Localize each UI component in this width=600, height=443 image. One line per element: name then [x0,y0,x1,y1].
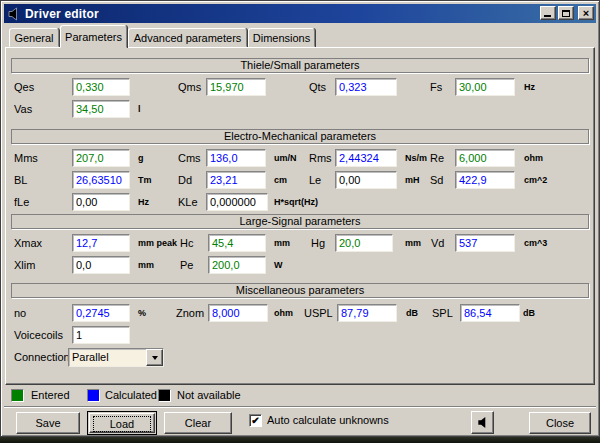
unit-rms: Ns/m [405,153,427,163]
input-bl[interactable]: 26,63510 [72,171,130,189]
label-vas: Vas [14,103,32,115]
label-bl: BL [14,174,27,186]
load-button[interactable]: Load [87,411,157,435]
input-kle[interactable]: 0,000000 [206,193,268,211]
input-vd[interactable]: 537 [455,234,515,252]
label-pe: Pe [180,259,193,271]
unit-xmax: mm peak [138,238,177,248]
label-dd: Dd [178,174,192,186]
legend-entered-label: Entered [31,389,70,401]
input-no[interactable]: 0,2745 [72,304,130,322]
parameters-tab-page: Thiele/Small parameters Qes 0,330 Qms 15… [5,47,595,385]
input-le[interactable]: 0,00 [335,171,397,189]
label-fle: fLe [14,196,29,208]
input-qms[interactable]: 15,970 [206,78,266,96]
input-fs[interactable]: 30,00 [455,78,515,96]
connection-dropdown-button[interactable] [146,349,163,366]
input-pe[interactable]: 200,0 [208,256,266,274]
input-cms[interactable]: 136,0 [206,149,266,167]
tab-parameters[interactable]: Parameters [60,25,127,48]
label-kle: KLe [178,196,198,208]
input-xmax[interactable]: 12,7 [72,234,130,252]
title-bar[interactable]: Driver editor × [4,4,596,23]
unit-spl: dB [523,308,535,318]
unit-re: ohm [524,153,543,163]
tab-dimensions[interactable]: Dimensions [248,28,315,47]
load-button-face: Load [89,413,155,433]
tab-advanced-parameters[interactable]: Advanced parameters [128,28,247,47]
label-xlim: Xlim [14,259,35,271]
unit-znom: ohm [274,308,293,318]
input-hg[interactable]: 20,0 [335,234,393,252]
unit-vd: cm^3 [524,238,547,248]
label-voicecoils: Voicecoils [14,329,63,341]
label-xmax: Xmax [14,237,42,249]
input-voicecoils[interactable]: 1 [72,326,130,344]
section-header-electro-mechanical: Electro-Mechanical parameters [11,129,589,144]
check-icon: ✔ [251,415,259,426]
save-button[interactable]: Save [16,412,80,434]
unit-fle: Hz [138,197,149,207]
input-fle[interactable]: 0,00 [72,193,130,211]
label-hc: Hc [180,237,193,249]
label-fs: Fs [430,81,442,93]
dialog-close-button[interactable]: Close [529,412,591,434]
auto-calculate-checkbox[interactable]: ✔ [249,414,262,427]
unit-pe: W [274,260,283,270]
input-sd[interactable]: 422,9 [455,171,515,189]
unit-le: mH [405,175,420,185]
auto-calculate-label[interactable]: Auto calculate unknowns [267,414,389,426]
unit-fs: Hz [524,82,535,92]
load-button-label: Load [93,416,151,432]
tab-general[interactable]: General [9,28,59,47]
unit-bl: Tm [138,175,152,185]
label-re: Re [430,152,444,164]
tab-general-label: General [14,32,53,44]
unit-vas: l [138,104,141,114]
section-header-miscellaneous: Miscellaneous parameters [11,283,589,298]
unit-hg: mm [405,238,421,248]
legend-not-available-label: Not available [177,389,241,401]
clear-button[interactable]: Clear [164,412,232,434]
unit-xlim: mm [138,260,154,270]
legend-calculated-swatch [87,389,100,402]
label-no: no [14,307,26,319]
connection-select[interactable]: Parallel [68,348,164,367]
unit-kle: H*sqrt(Hz) [274,197,318,207]
section-header-thiele-small: Thiele/Small parameters [11,58,589,73]
label-sd: Sd [430,174,443,186]
input-dd[interactable]: 23,21 [206,171,266,189]
label-znom: Znom [176,307,204,319]
input-re[interactable]: 6,000 [455,149,515,167]
input-hc[interactable]: 45,4 [208,234,266,252]
test-signal-button[interactable] [471,411,494,434]
minimize-icon [544,15,551,17]
label-cms: Cms [178,152,201,164]
minimize-button[interactable] [540,6,556,20]
label-hg: Hg [311,237,325,249]
speaker-app-icon [7,7,21,21]
legend-not-available-swatch [158,389,171,402]
close-icon: × [583,8,589,18]
input-rms[interactable]: 2,44324 [335,149,397,167]
chevron-down-icon [152,356,158,360]
tab-advanced-parameters-label: Advanced parameters [134,32,242,44]
input-vas[interactable]: 34,50 [72,100,130,118]
input-qts[interactable]: 0,323 [335,78,397,96]
label-vd: Vd [431,237,444,249]
input-znom[interactable]: 8,000 [208,304,268,322]
connection-value: Parallel [69,349,146,366]
input-spl[interactable]: 86,54 [460,304,520,322]
input-qes[interactable]: 0,330 [72,78,130,96]
input-mms[interactable]: 207,0 [72,149,130,167]
tab-parameters-label: Parameters [65,31,122,43]
tab-dimensions-label: Dimensions [253,32,310,44]
maximize-button[interactable] [558,6,574,20]
legend-entered-swatch [11,389,24,402]
input-xlim[interactable]: 0,0 [72,256,130,274]
label-spl: SPL [432,307,453,319]
input-uspl[interactable]: 87,79 [337,304,397,322]
unit-uspl: dB [406,308,418,318]
close-button[interactable]: × [578,6,594,20]
unit-cms: um/N [274,153,297,163]
